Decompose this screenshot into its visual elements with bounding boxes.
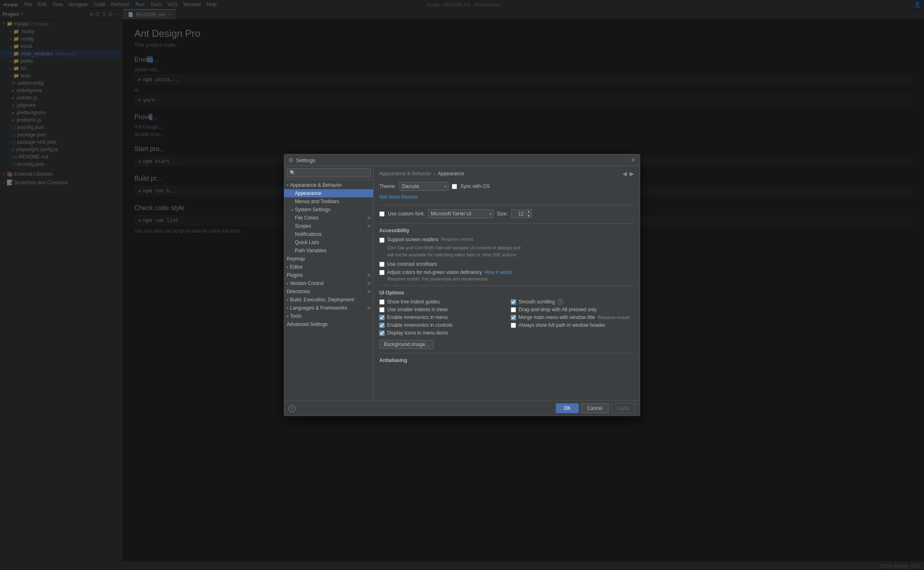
adjust-colors-checkbox[interactable]	[379, 270, 385, 275]
leaf-label: Path Variables	[295, 248, 326, 253]
leaf-label: Build, Execution, Deployment	[290, 297, 354, 303]
settings-group-appearance-behavior[interactable]: ▾ Appearance & Behavior	[284, 181, 373, 189]
settings-search-input[interactable]	[287, 168, 371, 177]
settings-group-tools[interactable]: ▸ Tools	[284, 312, 373, 320]
caret-right-icon: ▸	[287, 281, 289, 285]
settings-leaf-menus[interactable]: Menus and Toolbars	[284, 197, 373, 206]
settings-right-panel: Appearance & Behavior › Appearance ◀ ▶ T…	[374, 166, 640, 400]
settings-leaf-system[interactable]: ▸ System Settings	[284, 206, 373, 214]
mnemonics-controls-checkbox[interactable]	[379, 323, 385, 328]
drag-drop-label[interactable]: Drag-and-drop with Alt pressed only	[519, 307, 597, 312]
ui-options-section: UI Options Show tree indent guides Smoot…	[379, 290, 634, 349]
font-size-spinners: ▲ ▼	[526, 209, 532, 218]
help-icon[interactable]: ?	[288, 405, 296, 412]
leaf-label: Editor	[290, 264, 303, 270]
contrast-scrollbars-label[interactable]: Use contrast scrollbars	[387, 261, 437, 267]
settings-group-advanced[interactable]: Advanced Settings	[284, 320, 373, 328]
font-size-input[interactable]	[511, 210, 526, 218]
background-image-button[interactable]: Background Image...	[379, 340, 434, 349]
custom-font-checkbox[interactable]	[379, 211, 385, 217]
how-it-works-link[interactable]: How it works	[485, 269, 512, 275]
settings-leaf-quicklists[interactable]: Quick Lists	[284, 238, 373, 247]
ui-options-grid: Show tree indent guides Smooth scrolling…	[379, 299, 634, 336]
leaf-label: Languages & Frameworks	[290, 305, 347, 311]
font-size-down-button[interactable]: ▼	[526, 214, 532, 218]
get-more-themes-link[interactable]: Get more themes	[379, 194, 417, 200]
get-more-themes-row: Get more themes	[379, 194, 634, 200]
smooth-scrolling-checkbox[interactable]	[511, 299, 516, 305]
smaller-indents-label[interactable]: Use smaller indents in trees	[387, 307, 448, 312]
settings-group-build[interactable]: ▸ Build, Execution, Deployment	[284, 296, 373, 304]
leaf-label: Menus and Toolbars	[295, 199, 339, 204]
font-size-wrapper: ▲ ▼	[511, 209, 532, 218]
custom-font-label[interactable]: Use custom font:	[388, 211, 425, 217]
settings-group-vcs[interactable]: ▸ Version Control ⊞	[284, 279, 373, 287]
dialog-footer: ? OK Cancel Apply	[284, 400, 640, 416]
settings-group-editor[interactable]: ▸ Editor	[284, 263, 373, 271]
breadcrumb-current: Appearance	[438, 171, 464, 176]
merge-menu-label[interactable]: Merge main menu with window title	[519, 314, 595, 320]
apply-button[interactable]: Apply	[611, 403, 636, 413]
merge-menu-checkbox[interactable]	[511, 315, 516, 320]
close-icon[interactable]: ✕	[631, 157, 636, 163]
leaf-label: Keymap	[287, 256, 305, 262]
ok-button[interactable]: OK	[556, 403, 578, 413]
antialiasing-title: Antialiasing	[379, 357, 634, 363]
settings-leaf-notifications[interactable]: Notifications	[284, 230, 373, 238]
settings-leaf-scopes[interactable]: Scopes ⊞	[284, 222, 373, 230]
mnemonics-menu-row: Enable mnemonics in menu	[379, 314, 503, 320]
size-label: Size:	[497, 211, 508, 217]
mnemonics-controls-row: Enable mnemonics in controls	[379, 322, 503, 328]
contrast-scrollbars-checkbox[interactable]	[379, 262, 385, 267]
settings-group-directories[interactable]: Directories ⊞	[284, 287, 373, 296]
smooth-scrolling-info-icon[interactable]: ?	[557, 299, 563, 305]
drag-drop-checkbox[interactable]	[511, 307, 516, 312]
mnemonics-menu-label[interactable]: Enable mnemonics in menu	[387, 314, 448, 320]
show-tree-indent-checkbox[interactable]	[379, 299, 385, 305]
nav-back-icon[interactable]: ◀	[623, 170, 627, 177]
caret-right-icon: ▸	[287, 314, 289, 318]
screen-readers-checkbox[interactable]	[379, 238, 385, 243]
display-icons-checkbox[interactable]	[379, 330, 385, 336]
custom-font-row: Use custom font: Microsoft YaHei UI ▾ Si…	[379, 209, 634, 218]
settings-group-plugins[interactable]: Plugins ⊞	[284, 271, 373, 279]
sync-with-os-label[interactable]: Sync with OS	[460, 183, 490, 189]
screen-readers-desc: Ctrl+Tab and Ctrl+Shift+Tab will navigat…	[387, 244, 634, 258]
smooth-scrolling-label[interactable]: Smooth scrolling	[519, 299, 555, 305]
leaf-label: Version Control	[290, 280, 324, 286]
accessibility-section: Accessibility Support screen readers Req…	[379, 228, 634, 281]
screen-readers-label[interactable]: Support screen readers	[387, 237, 438, 242]
dialog-title: Settings	[296, 157, 315, 163]
font-select[interactable]: Microsoft YaHei UI	[428, 209, 494, 218]
full-path-checkbox[interactable]	[511, 323, 516, 328]
group-label: Appearance & Behavior	[290, 182, 342, 188]
smaller-indents-checkbox[interactable]	[379, 307, 385, 312]
smaller-indents-row: Use smaller indents in trees	[379, 307, 503, 312]
leaf-label: Tools	[290, 313, 301, 319]
sync-with-os-checkbox[interactable]	[452, 184, 457, 189]
adjust-colors-label[interactable]: Adjust colors for red-green vision defic…	[387, 269, 482, 275]
divider-3	[379, 285, 634, 286]
nav-forward-icon[interactable]: ▶	[630, 170, 634, 177]
full-path-label[interactable]: Always show full path in window header	[519, 322, 605, 328]
settings-leaf-appearance[interactable]: Appearance	[284, 189, 373, 197]
display-icons-label[interactable]: Display icons in menu items	[387, 330, 448, 336]
mnemonics-controls-label[interactable]: Enable mnemonics in controls	[387, 322, 453, 328]
mnemonics-menu-checkbox[interactable]	[379, 315, 385, 320]
cancel-button[interactable]: Cancel	[581, 403, 609, 413]
settings-overlay: ⚙ Settings ✕ ▾ Appearance & Behavior	[0, 0, 924, 570]
settings-icon: ⚙	[288, 157, 294, 163]
breadcrumb-parent: Appearance & Behavior	[379, 171, 431, 176]
settings-group-languages[interactable]: ▸ Languages & Frameworks ⊞	[284, 304, 373, 312]
caret-down-icon: ▾	[287, 183, 289, 187]
settings-group-keymap[interactable]: Keymap	[284, 255, 373, 263]
merge-menu-row: Merge main menu with window title Requir…	[511, 314, 634, 320]
show-tree-indent-label[interactable]: Show tree indent guides	[387, 299, 440, 305]
leaf-label: Quick Lists	[295, 240, 319, 245]
settings-leaf-filecolors[interactable]: File Colors ⊞	[284, 214, 373, 222]
drag-drop-row: Drag-and-drop with Alt pressed only	[511, 307, 634, 312]
font-size-up-button[interactable]: ▲	[526, 210, 532, 214]
caret-right-icon: ▸	[292, 208, 294, 212]
settings-leaf-pathvars[interactable]: Path Variables	[284, 247, 373, 255]
theme-select[interactable]: Darcula IntelliJ Light High Contrast	[399, 182, 448, 191]
